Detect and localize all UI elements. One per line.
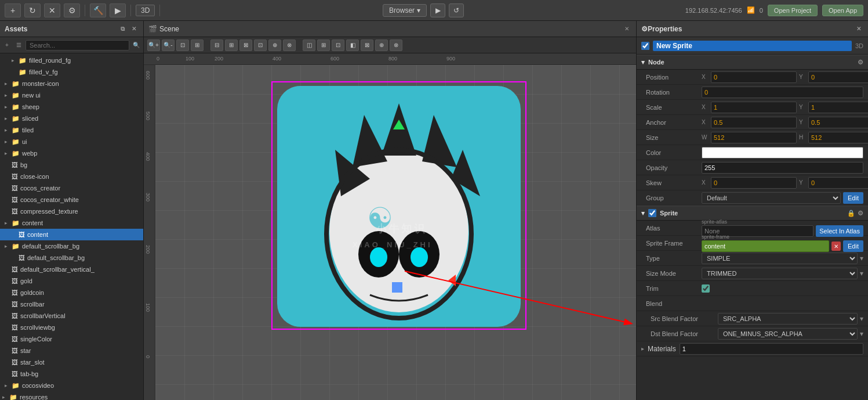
position-y-input[interactable] xyxy=(808,71,868,83)
tree-item[interactable]: 🖼 singleColor xyxy=(0,333,143,345)
settings-btn[interactable]: ⚙ xyxy=(64,3,80,17)
skew-y-input[interactable] xyxy=(808,177,868,189)
open-app-btn[interactable]: Open App xyxy=(822,5,863,16)
tree-item[interactable]: 🖼 star xyxy=(0,345,143,356)
build-btn[interactable]: 🔨 xyxy=(90,3,106,17)
scene-viewport[interactable]: Drag with right mouse button to pan view… xyxy=(144,53,636,400)
tree-item[interactable]: ▸ 📁 cocosvideo xyxy=(0,380,143,391)
scale-y-input[interactable] xyxy=(808,102,868,113)
tool2-btn[interactable]: ⊞ xyxy=(225,39,238,51)
sprite-frame-clear-btn[interactable]: ✕ xyxy=(831,242,841,251)
grid-btn[interactable]: ⊞ xyxy=(191,39,204,51)
color-swatch[interactable] xyxy=(702,147,863,158)
sprite-gear-icon[interactable]: ⚙ xyxy=(858,210,863,217)
tree-item[interactable]: 🖼 default_scrollbar_vertical_ xyxy=(0,264,143,275)
snap4-btn[interactable]: ◧ xyxy=(346,39,359,51)
opacity-input[interactable] xyxy=(702,162,863,174)
dst-blend-select[interactable]: ONE_MINUS_SRC_ALPHA xyxy=(718,328,858,340)
scene-close-btn[interactable]: ✕ xyxy=(622,24,631,34)
tree-item[interactable]: ▸ 📁 new ui xyxy=(0,89,143,101)
group-select[interactable]: Default xyxy=(702,192,841,204)
assets-close-btn[interactable]: ✕ xyxy=(129,24,139,34)
zoom-in-btn[interactable]: 🔍+ xyxy=(147,39,160,51)
refresh-btn[interactable]: ↻ xyxy=(24,3,41,17)
size-mode-select[interactable]: TRIMMED xyxy=(702,268,858,279)
play-btn[interactable]: ▶ xyxy=(430,3,445,17)
rotation-input[interactable] xyxy=(702,87,863,98)
tree-item[interactable]: 🖼 compressed_texture xyxy=(0,206,143,217)
snap2-btn[interactable]: ⊞ xyxy=(317,39,330,51)
tool3-btn[interactable]: ⊠ xyxy=(239,39,252,51)
tree-item[interactable]: 🖼 scrollviewbg xyxy=(0,322,143,333)
tool1-btn[interactable]: ⊟ xyxy=(210,39,223,51)
props-close-btn[interactable]: ✕ xyxy=(854,24,863,34)
sprite-frame-value-input[interactable] xyxy=(702,240,829,252)
tree-item[interactable]: 🖼 cocos_creator_white xyxy=(0,194,143,206)
sprite-name-input[interactable] xyxy=(653,41,852,51)
node-gear-icon[interactable]: ⚙ xyxy=(858,59,863,66)
sprite-frame-edit-btn[interactable]: Edit xyxy=(843,240,863,252)
tree-item[interactable]: 🖼 scrollbar xyxy=(0,298,143,310)
tool4-btn[interactable]: ⊡ xyxy=(254,39,267,51)
group-edit-btn[interactable]: Edit xyxy=(843,192,863,204)
tree-item[interactable]: ▸ 📁 monster-icon xyxy=(0,78,143,89)
assets-add-btn[interactable]: + xyxy=(2,41,12,50)
tree-item[interactable]: 🖼 default_scrollbar_bg xyxy=(0,252,143,264)
open-project-btn[interactable]: Open Project xyxy=(768,5,818,16)
stop-btn[interactable]: ↺ xyxy=(449,3,464,17)
assets-copy-btn[interactable]: ⧉ xyxy=(118,24,127,34)
trim-check[interactable] xyxy=(702,284,710,293)
anchor-y-label: Y xyxy=(799,119,806,125)
sprite-enable-check[interactable] xyxy=(641,42,649,50)
size-h-input[interactable] xyxy=(808,132,868,143)
canvas-area[interactable]: ☯ xyxy=(155,65,636,400)
tree-item[interactable]: ▸ 📁 default_scrollbar_bg xyxy=(0,240,143,252)
tree-item[interactable]: 🖼 bg xyxy=(0,159,143,171)
src-blend-select[interactable]: SRC_ALPHA xyxy=(718,313,858,325)
size-w-input[interactable] xyxy=(711,132,797,143)
assets-filter-btn[interactable]: ☰ xyxy=(14,41,23,50)
snap5-btn[interactable]: ⊠ xyxy=(361,39,373,51)
type-select[interactable]: SIMPLE xyxy=(702,253,858,264)
tree-item[interactable]: 🖼 gold xyxy=(0,275,143,287)
tree-item[interactable]: 🖼 close-icon xyxy=(0,171,143,182)
snap7-btn[interactable]: ⊗ xyxy=(390,39,402,51)
scale-x-input[interactable] xyxy=(711,102,797,113)
anchor-x-input[interactable] xyxy=(711,117,797,128)
tool5-btn[interactable]: ⊕ xyxy=(268,39,281,51)
tree-item[interactable]: ▸ 📁 content xyxy=(0,217,143,229)
snap6-btn[interactable]: ⊕ xyxy=(375,39,388,51)
tree-item[interactable]: 🖼 cocos_creator xyxy=(0,182,143,194)
3d-toggle[interactable]: 3D xyxy=(136,5,155,16)
skew-x-input[interactable] xyxy=(711,177,797,189)
zoom-fit-btn[interactable]: ⊡ xyxy=(176,39,189,51)
tree-item[interactable]: 🖼 content xyxy=(0,229,143,240)
add-btn[interactable]: + xyxy=(5,3,21,17)
tree-item[interactable]: 🖼 goldcoin xyxy=(0,287,143,298)
search-icon[interactable]: 🔍 xyxy=(132,41,141,50)
materials-value-input[interactable] xyxy=(680,343,863,355)
tree-item[interactable]: ▸ 📁 ui xyxy=(0,136,143,147)
tree-item[interactable]: 🖼 tab-bg xyxy=(0,368,143,380)
preview-btn[interactable]: ▶ xyxy=(110,3,126,17)
browser-btn[interactable]: Browser ▾ xyxy=(383,4,427,17)
tree-item[interactable]: 📁 filled_v_fg xyxy=(0,66,143,78)
close-btn[interactable]: ✕ xyxy=(44,3,60,17)
sprite-lock-icon[interactable]: 🔒 xyxy=(847,210,855,217)
tree-item[interactable]: ▸ 📁 filled_round_fg xyxy=(0,55,143,66)
snap3-btn[interactable]: ⊡ xyxy=(332,39,344,51)
position-x-input[interactable] xyxy=(711,71,797,83)
tree-item[interactable]: ▸ 📁 resources xyxy=(0,391,143,400)
tree-item[interactable]: 🖼 star_slot xyxy=(0,356,143,368)
tree-item[interactable]: ▸ 📁 tiled xyxy=(0,124,143,136)
tree-item[interactable]: ▸ 📁 sliced xyxy=(0,113,143,124)
snap1-btn[interactable]: ◫ xyxy=(303,39,315,51)
tree-item[interactable]: 🖼 scrollbarVertical xyxy=(0,310,143,322)
tool6-btn[interactable]: ⊗ xyxy=(283,39,296,51)
tree-item[interactable]: ▸ 📁 sheep xyxy=(0,101,143,113)
sprite-enable-check[interactable] xyxy=(648,209,656,217)
assets-search-input[interactable] xyxy=(26,40,129,51)
anchor-y-input[interactable] xyxy=(808,117,868,128)
zoom-out-btn[interactable]: 🔍- xyxy=(162,39,175,51)
tree-item[interactable]: ▸ 📁 webp xyxy=(0,147,143,159)
